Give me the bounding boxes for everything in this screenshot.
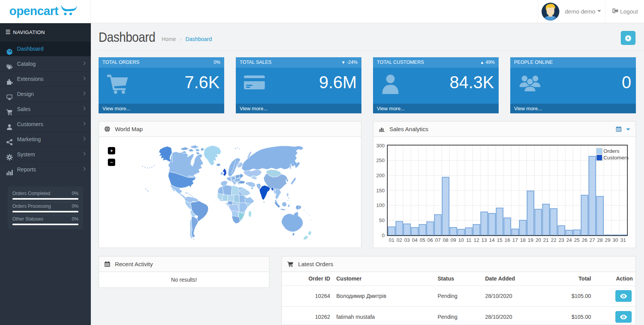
svg-text:50: 50	[379, 217, 385, 223]
svg-text:08: 08	[443, 237, 448, 243]
svg-text:07: 07	[435, 237, 441, 243]
svg-text:04: 04	[412, 237, 417, 243]
svg-text:20: 20	[535, 237, 541, 243]
svg-text:30: 30	[613, 237, 618, 243]
svg-text:16: 16	[504, 237, 510, 243]
svg-text:05: 05	[420, 237, 425, 243]
svg-text:100: 100	[376, 202, 385, 208]
svg-text:0: 0	[382, 233, 385, 238]
svg-text:22: 22	[551, 237, 556, 243]
svg-text:02: 02	[397, 237, 402, 243]
svg-text:10: 10	[458, 237, 463, 243]
svg-text:09: 09	[450, 237, 456, 243]
svg-text:Customers: Customers	[603, 155, 629, 161]
svg-text:06: 06	[428, 237, 433, 243]
svg-text:23: 23	[559, 237, 564, 243]
svg-text:12: 12	[474, 237, 479, 243]
svg-text:28: 28	[597, 237, 603, 243]
svg-text:13: 13	[481, 237, 487, 243]
svg-text:19: 19	[528, 237, 533, 243]
svg-text:27: 27	[589, 237, 595, 243]
svg-text:01: 01	[389, 237, 394, 243]
svg-text:Orders: Orders	[603, 148, 620, 154]
svg-text:200: 200	[376, 173, 385, 178]
svg-text:150: 150	[376, 188, 385, 193]
svg-text:300: 300	[376, 143, 385, 149]
svg-text:26: 26	[582, 237, 587, 243]
svg-text:21: 21	[543, 237, 549, 243]
svg-text:25: 25	[574, 237, 579, 243]
svg-text:250: 250	[376, 157, 385, 163]
svg-text:24: 24	[566, 237, 572, 243]
svg-text:18: 18	[520, 237, 525, 243]
svg-text:17: 17	[512, 237, 518, 243]
svg-text:15: 15	[497, 237, 502, 243]
svg-text:31: 31	[620, 237, 626, 243]
svg-text:29: 29	[605, 237, 610, 243]
svg-text:11: 11	[466, 237, 472, 243]
svg-text:14: 14	[489, 237, 494, 243]
svg-text:03: 03	[404, 237, 410, 243]
